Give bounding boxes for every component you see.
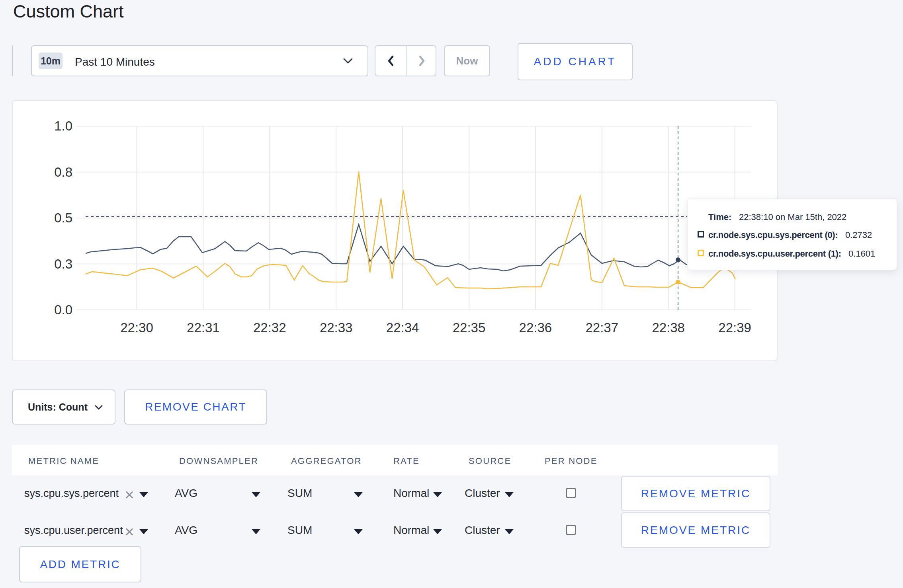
svg-text:22:36: 22:36 [519,320,552,335]
svg-text:22:38: 22:38 [652,320,685,335]
svg-text:0.0: 0.0 [54,302,72,317]
svg-text:22:35: 22:35 [453,320,486,335]
svg-text:0.5: 0.5 [54,210,72,225]
svg-text:22:32: 22:32 [253,320,286,335]
svg-text:0.3: 0.3 [54,257,72,271]
svg-text:1.0: 1.0 [54,119,72,133]
svg-text:0.8: 0.8 [54,165,72,179]
svg-text:22:31: 22:31 [187,320,220,335]
svg-text:22:30: 22:30 [120,320,153,335]
svg-text:22:39: 22:39 [718,320,751,335]
svg-text:22:33: 22:33 [320,320,353,335]
svg-text:22:34: 22:34 [386,320,419,335]
svg-text:22:37: 22:37 [586,320,619,335]
